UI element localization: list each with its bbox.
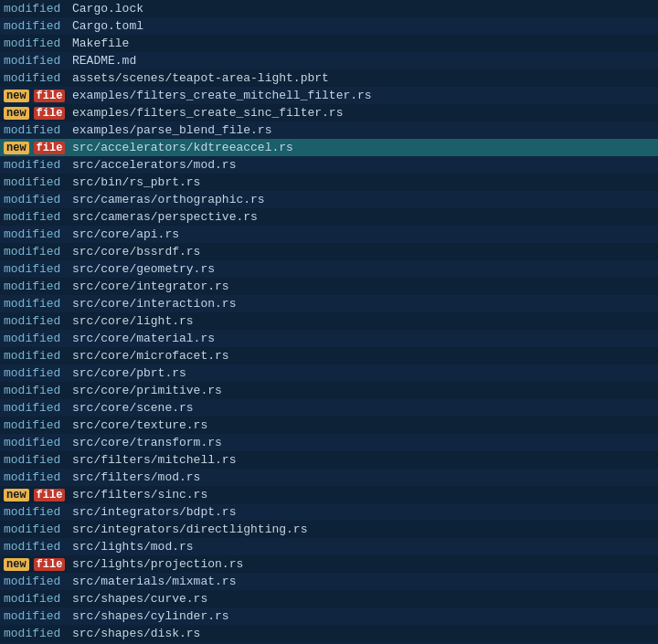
list-item[interactable]: modifiedsrc/integrators/bdpt.rs xyxy=(0,503,658,521)
list-item[interactable]: modifiedsrc/cameras/perspective.rs xyxy=(0,208,658,226)
new-badge: new xyxy=(4,107,29,120)
list-item[interactable]: modifiedsrc/core/scene.rs xyxy=(0,399,658,417)
status-label: modified xyxy=(4,19,72,33)
file-list: modifiedCargo.lockmodifiedCargo.tomlmodi… xyxy=(0,0,658,644)
file-path: Cargo.toml xyxy=(72,19,143,33)
status-label: modified xyxy=(4,453,72,467)
file-path: src/shapes/cylinder.rs xyxy=(72,609,229,623)
list-item[interactable]: modifiedsrc/core/geometry.rs xyxy=(0,260,658,278)
list-item[interactable]: modifiedsrc/cameras/orthographic.rs xyxy=(0,191,658,208)
list-item[interactable]: modifiedsrc/core/integrator.rs xyxy=(0,278,658,295)
file-path: src/accelerators/mod.rs xyxy=(72,158,236,172)
file-path: examples/filters_create_sinc_filter.rs xyxy=(72,106,343,120)
file-badge: file xyxy=(34,142,66,154)
status-label: modified xyxy=(4,210,72,224)
status-label: modified xyxy=(4,470,72,484)
status-label: modified xyxy=(4,505,72,519)
status-label: modified xyxy=(4,314,72,328)
file-path: src/core/pbrt.rs xyxy=(72,366,186,380)
list-item[interactable]: modifiedREADME.md xyxy=(0,52,658,69)
status-label: modified xyxy=(4,592,72,606)
file-path: src/accelerators/kdtreeaccel.rs xyxy=(72,141,293,154)
status-label: modified xyxy=(4,332,72,345)
status-label: modified xyxy=(4,280,72,293)
status-label: modified xyxy=(4,37,72,50)
list-item[interactable]: modifiedsrc/integrators/directlighting.r… xyxy=(0,521,658,538)
list-item[interactable]: modifiedsrc/core/interaction.rs xyxy=(0,295,658,312)
status-label: modified xyxy=(4,366,72,380)
status-label: modified xyxy=(4,123,72,137)
list-item[interactable]: modifiedsrc/filters/mitchell.rs xyxy=(0,451,658,469)
new-badge: new xyxy=(4,142,29,154)
status-label: modified xyxy=(4,436,72,449)
list-item[interactable]: modifiedsrc/core/api.rs xyxy=(0,226,658,243)
status-label: modified xyxy=(4,158,72,172)
list-item[interactable]: modifiedsrc/core/pbrt.rs xyxy=(0,364,658,382)
list-item[interactable]: modifiedsrc/core/bssrdf.rs xyxy=(0,243,658,260)
list-item[interactable]: modifiedsrc/core/primitive.rs xyxy=(0,382,658,399)
status-label: modified xyxy=(4,627,72,640)
list-item[interactable]: newfilesrc/filters/sinc.rs xyxy=(0,486,658,503)
status-label: modified xyxy=(4,297,72,311)
file-path: src/filters/mitchell.rs xyxy=(72,453,236,467)
status-label: modified xyxy=(4,71,72,85)
file-path: README.md xyxy=(72,54,136,68)
file-path: src/core/api.rs xyxy=(72,227,179,241)
list-item[interactable]: modifiedCargo.lock xyxy=(0,0,658,17)
file-path: src/core/bssrdf.rs xyxy=(72,245,200,259)
status-label: modified xyxy=(4,2,72,16)
list-item[interactable]: modifiedsrc/core/transform.rs xyxy=(0,434,658,451)
file-path: src/cameras/perspective.rs xyxy=(72,210,258,224)
file-badge: file xyxy=(34,489,66,501)
file-path: src/core/microfacet.rs xyxy=(72,349,229,363)
file-path: src/filters/mod.rs xyxy=(72,470,200,484)
file-path: src/integrators/directlighting.rs xyxy=(72,523,307,536)
list-item[interactable]: modifiedsrc/accelerators/mod.rs xyxy=(0,156,658,174)
new-badge: new xyxy=(4,489,29,501)
status-label: modified xyxy=(4,262,72,276)
file-path: examples/filters_create_mitchell_filter.… xyxy=(72,89,372,102)
list-item[interactable]: newfileexamples/filters_create_mitchell_… xyxy=(0,87,658,104)
status-label: modified xyxy=(4,401,72,415)
file-path: src/integrators/bdpt.rs xyxy=(72,505,236,519)
file-path: src/filters/sinc.rs xyxy=(72,488,207,501)
file-path: examples/parse_blend_file.rs xyxy=(72,123,271,137)
file-path: src/core/transform.rs xyxy=(72,436,222,449)
list-item[interactable]: modifiedsrc/shapes/cylinder.rs xyxy=(0,607,658,625)
list-item[interactable]: modifiedsrc/filters/mod.rs xyxy=(0,469,658,486)
status-label: modified xyxy=(4,227,72,241)
file-badge: file xyxy=(34,90,66,102)
list-item[interactable]: modifiedsrc/core/light.rs xyxy=(0,312,658,330)
file-path: src/core/primitive.rs xyxy=(72,384,222,397)
file-path: src/cameras/orthographic.rs xyxy=(72,193,265,206)
list-item[interactable]: modifiedassets/scenes/teapot-area-light.… xyxy=(0,69,658,87)
file-path: src/core/geometry.rs xyxy=(72,262,215,276)
list-item[interactable]: newfilesrc/accelerators/kdtreeaccel.rs xyxy=(0,139,658,156)
list-item[interactable]: modifiedsrc/core/material.rs xyxy=(0,330,658,347)
list-item[interactable]: modifiedMakefile xyxy=(0,35,658,52)
list-item[interactable]: newfileexamples/filters_create_sinc_filt… xyxy=(0,104,658,121)
list-item[interactable]: modifiedexamples/parse_blend_file.rs xyxy=(0,121,658,139)
new-badge: new xyxy=(4,90,29,102)
file-path: src/bin/rs_pbrt.rs xyxy=(72,175,200,189)
file-badge: file xyxy=(34,558,66,571)
file-path: src/core/texture.rs xyxy=(72,418,207,432)
new-badge: new xyxy=(4,558,29,571)
file-path: Cargo.lock xyxy=(72,2,143,16)
list-item[interactable]: modifiedsrc/lights/mod.rs xyxy=(0,538,658,555)
file-path: src/core/interaction.rs xyxy=(72,297,236,311)
file-path: src/core/integrator.rs xyxy=(72,280,229,293)
list-item[interactable]: modifiedsrc/shapes/curve.rs xyxy=(0,590,658,607)
status-label: modified xyxy=(4,349,72,363)
list-item[interactable]: newfilesrc/lights/projection.rs xyxy=(0,555,658,573)
list-item[interactable]: modifiedsrc/shapes/disk.rs xyxy=(0,625,658,642)
list-item[interactable]: modifiedsrc/materials/mixmat.rs xyxy=(0,573,658,590)
list-item[interactable]: modifiedsrc/core/microfacet.rs xyxy=(0,347,658,364)
file-path: src/core/light.rs xyxy=(72,314,194,328)
list-item[interactable]: modifiedCargo.toml xyxy=(0,17,658,35)
status-label: modified xyxy=(4,245,72,259)
file-badge: file xyxy=(34,107,66,120)
list-item[interactable]: modifiedsrc/core/texture.rs xyxy=(0,417,658,434)
list-item[interactable]: modifiedsrc/bin/rs_pbrt.rs xyxy=(0,174,658,191)
file-path: src/core/material.rs xyxy=(72,332,215,345)
